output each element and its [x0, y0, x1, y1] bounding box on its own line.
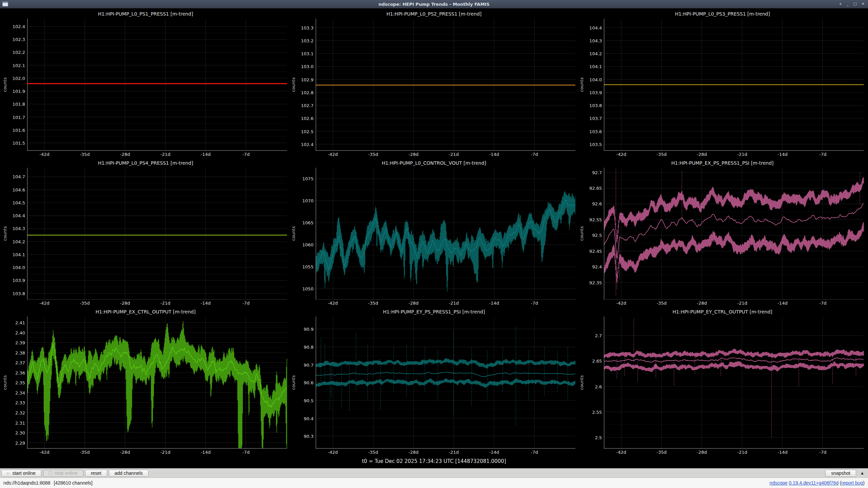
- x-tick-label: -42d: [616, 152, 627, 157]
- x-tick-label: -35d: [368, 450, 378, 455]
- y-tick-label: 103.5: [589, 142, 602, 147]
- y-tick-label: 2.5: [595, 435, 602, 440]
- y-tick-label: 2.34: [15, 390, 25, 395]
- x-tick-label: -14d: [201, 450, 211, 455]
- x-tick-label: -42d: [39, 301, 50, 306]
- version-status: ndscope 0.19.4.dev11+g406f78d (report bu…: [770, 480, 865, 486]
- y-axis-label: counts: [290, 19, 297, 151]
- y-tick-label: 104.1: [589, 64, 602, 69]
- x-tick-label: -14d: [489, 152, 499, 157]
- plot-canvas[interactable]: [316, 19, 576, 151]
- plot-area[interactable]: [27, 317, 287, 449]
- x-tick-label: -35d: [368, 152, 378, 157]
- plot-title: H1:HPI-PUMP_EY_PS_PRESS1_PSI [m-trend]: [290, 309, 578, 317]
- plot-canvas[interactable]: [27, 317, 287, 449]
- plot-area[interactable]: [27, 168, 287, 300]
- y-tick-label: 1060: [302, 242, 314, 247]
- plot-canvas[interactable]: [604, 317, 864, 449]
- window-title: ndscope: HEPI Pump Trends - Monthly FAMI…: [378, 2, 490, 7]
- y-tick-label: 102.6: [301, 116, 313, 121]
- plot-area[interactable]: [316, 317, 576, 449]
- y-tick-label: 2.41: [15, 320, 25, 325]
- plot-canvas[interactable]: [27, 168, 287, 300]
- plot-panel-l0-control-vout: H1:HPI-PUMP_L0_CONTROL_VOUT [m-trend] co…: [290, 158, 578, 307]
- x-tick-label: -42d: [328, 301, 338, 306]
- x-tick-label: -7d: [531, 301, 538, 306]
- y-tick-label: 101.9: [13, 89, 25, 94]
- x-tick-label: -42d: [616, 301, 627, 306]
- report-bug-link[interactable]: report bug: [842, 480, 863, 486]
- x-tick-label: -21d: [737, 450, 747, 455]
- server-address: nds://h1daqnds1:8088: [3, 480, 51, 486]
- snapshot-button[interactable]: snapshot: [825, 470, 856, 477]
- y-tick-label: 101.8: [13, 102, 25, 107]
- y-axis-label: counts: [290, 168, 297, 300]
- y-tick-label: 104.2: [13, 239, 25, 244]
- y-tick-label: 104.2: [589, 51, 602, 56]
- y-tick-label: 2.7: [595, 333, 602, 338]
- ndscope-link[interactable]: ndscope: [770, 480, 788, 486]
- version-link[interactable]: 0.19.4.dev11+g406f78d: [789, 480, 839, 486]
- y-tick-label: 2.30: [15, 430, 25, 435]
- y-tick-label: 103.6: [589, 129, 602, 134]
- x-tick-label: -21d: [449, 450, 459, 455]
- y-tick-label: 103.8: [589, 103, 602, 108]
- x-tick-label: -28d: [409, 450, 419, 455]
- reset-button[interactable]: reset: [85, 470, 107, 477]
- x-tick-label: -21d: [449, 301, 459, 306]
- y-tick-label: 90.6: [304, 380, 314, 385]
- plot-canvas[interactable]: [316, 168, 576, 300]
- x-tick-label: -28d: [409, 301, 419, 306]
- x-tick-labels: -42d-35d-28d-21d-14d-7d: [604, 151, 864, 158]
- shade-button[interactable]: ∧: [839, 0, 842, 8]
- plot-panel-ey-ctrl-output: H1:HPI-PUMP_EY_CTRL_OUTPUT [m-trend] cou…: [578, 307, 867, 456]
- plot-title: H1:HPI-PUMP_L0_PS1_PRESS1 [m-trend]: [1, 11, 290, 19]
- y-tick-label: 103.8: [13, 291, 25, 296]
- plot-canvas[interactable]: [604, 19, 864, 151]
- plot-area[interactable]: [316, 168, 576, 300]
- y-tick-label: 1055: [302, 264, 314, 269]
- plot-canvas[interactable]: [316, 317, 576, 449]
- start-online-button[interactable]: ▷ start online: [1, 470, 41, 477]
- x-tick-labels: -42d-35d-28d-21d-14d-7d: [316, 151, 576, 158]
- plot-area[interactable]: [604, 19, 864, 151]
- y-tick-label: 90.4: [304, 416, 314, 421]
- y-tick-label: 92.4: [592, 264, 602, 269]
- minimize-button[interactable]: _: [847, 0, 849, 8]
- plot-area[interactable]: [604, 168, 864, 300]
- y-tick-labels: 90.990.890.790.690.590.490.3: [297, 317, 316, 449]
- window-controls: ∧ _ □ ✕: [839, 0, 868, 8]
- y-tick-label: 2.6: [595, 384, 602, 389]
- y-axis-label: counts: [1, 19, 8, 151]
- y-tick-label: 101.7: [13, 115, 25, 120]
- y-tick-label: 104.5: [13, 200, 25, 205]
- window-icon[interactable]: [2, 2, 8, 6]
- plot-area[interactable]: [316, 19, 576, 151]
- plot-title: H1:HPI-PUMP_EY_CTRL_OUTPUT [m-trend]: [578, 309, 867, 317]
- expand-triangle-button[interactable]: ▲: [858, 470, 867, 477]
- scope-area: H1:HPI-PUMP_L0_PS1_PRESS1 [m-trend] coun…: [0, 8, 868, 468]
- x-tick-labels: -42d-35d-28d-21d-14d-7d: [27, 151, 287, 158]
- plot-canvas[interactable]: [27, 19, 287, 151]
- x-tick-label: -7d: [819, 152, 826, 157]
- x-tick-label: -42d: [39, 450, 50, 455]
- plot-canvas[interactable]: [604, 168, 864, 300]
- x-tick-label: -28d: [120, 301, 130, 306]
- x-tick-labels: -42d-35d-28d-21d-14d-7d: [604, 449, 864, 456]
- plot-panel-l0-ps2: H1:HPI-PUMP_L0_PS2_PRESS1 [m-trend] coun…: [290, 9, 578, 158]
- add-channels-button[interactable]: add channels: [109, 470, 149, 477]
- maximize-button[interactable]: □: [853, 0, 856, 8]
- y-tick-label: 90.7: [304, 362, 314, 367]
- plot-title: H1:HPI-PUMP_L0_CONTROL_VOUT [m-trend]: [290, 160, 578, 168]
- x-tick-label: -28d: [120, 450, 130, 455]
- close-button[interactable]: ✕: [862, 0, 865, 8]
- play-triangle-icon: ▷: [7, 471, 10, 475]
- plot-area[interactable]: [604, 317, 864, 449]
- y-tick-label: 92.65: [589, 186, 602, 191]
- y-tick-label: 102.4: [13, 24, 25, 29]
- plot-title: H1:HPI-PUMP_EX_CTRL_OUTPUT [m-trend]: [1, 309, 290, 317]
- x-tick-label: -28d: [697, 152, 707, 157]
- plot-area[interactable]: [27, 19, 287, 151]
- toolbar: ▷ start online stop online reset add cha…: [0, 468, 868, 477]
- stop-online-button[interactable]: stop online: [43, 470, 83, 477]
